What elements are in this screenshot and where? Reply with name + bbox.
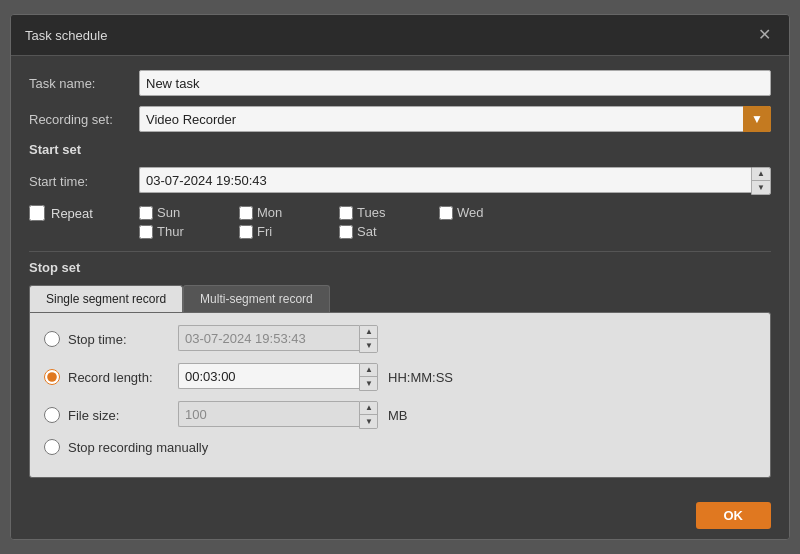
stop-time-spinner-wrapper: ▲ ▼ — [178, 325, 378, 353]
file-size-unit: MB — [388, 408, 408, 423]
stop-manually-radio[interactable] — [44, 439, 60, 455]
record-length-radio[interactable] — [44, 369, 60, 385]
stop-tabs: Single segment record Multi-segment reco… — [29, 285, 771, 312]
file-size-up-button[interactable]: ▲ — [360, 402, 378, 415]
stop-manually-label: Stop recording manually — [68, 440, 208, 455]
start-time-down-button[interactable]: ▼ — [752, 181, 770, 194]
start-set-title: Start set — [29, 142, 771, 157]
divider — [29, 251, 771, 252]
day-sun: Sun — [139, 205, 229, 220]
record-length-input[interactable] — [178, 363, 359, 389]
close-button[interactable]: ✕ — [754, 25, 775, 45]
file-size-down-button[interactable]: ▼ — [360, 415, 378, 428]
file-size-radio[interactable] — [44, 407, 60, 423]
start-time-label: Start time: — [29, 174, 139, 189]
task-name-label: Task name: — [29, 76, 139, 91]
checkbox-tues[interactable] — [339, 206, 353, 220]
dialog-content: Task name: Recording set: Video Recorder… — [11, 56, 789, 492]
stop-time-spinners: ▲ ▼ — [359, 325, 378, 353]
record-length-spinners: ▲ ▼ — [359, 363, 378, 391]
recording-set-select-wrapper: Video Recorder ▼ — [139, 106, 771, 132]
day-fri: Fri — [239, 224, 329, 239]
repeat-checkbox[interactable] — [29, 205, 45, 221]
label-mon: Mon — [257, 205, 282, 220]
checkbox-wed[interactable] — [439, 206, 453, 220]
file-size-row: File size: ▲ ▼ MB — [44, 401, 756, 429]
label-thur: Thur — [157, 224, 184, 239]
recording-set-select[interactable]: Video Recorder — [139, 106, 771, 132]
file-size-spinners: ▲ ▼ — [359, 401, 378, 429]
stop-set-title: Stop set — [29, 260, 771, 275]
task-name-row: Task name: — [29, 70, 771, 96]
start-time-spinner-wrapper: ▲ ▼ — [139, 167, 771, 195]
tab-content: Stop time: ▲ ▼ Record length: ▲ — [29, 312, 771, 478]
days-row-1: Sun Mon Tues Wed — [139, 205, 771, 220]
recording-set-row: Recording set: Video Recorder ▼ — [29, 106, 771, 132]
stop-time-radio[interactable] — [44, 331, 60, 347]
tab-single-segment[interactable]: Single segment record — [29, 285, 183, 312]
stop-time-row: Stop time: ▲ ▼ — [44, 325, 756, 353]
day-mon: Mon — [239, 205, 329, 220]
task-schedule-dialog: Task schedule ✕ Task name: Recording set… — [10, 14, 790, 540]
start-time-input[interactable] — [139, 167, 751, 193]
checkbox-sun[interactable] — [139, 206, 153, 220]
task-name-input[interactable] — [139, 70, 771, 96]
checkbox-thur[interactable] — [139, 225, 153, 239]
record-length-label: Record length: — [68, 370, 178, 385]
day-thur: Thur — [139, 224, 229, 239]
record-length-row: Record length: ▲ ▼ HH:MM:SS — [44, 363, 756, 391]
label-fri: Fri — [257, 224, 272, 239]
stop-manually-row: Stop recording manually — [44, 439, 756, 455]
record-length-down-button[interactable]: ▼ — [360, 377, 378, 390]
file-size-label: File size: — [68, 408, 178, 423]
start-time-up-button[interactable]: ▲ — [752, 168, 770, 181]
stop-time-input[interactable] — [178, 325, 359, 351]
stop-time-label: Stop time: — [68, 332, 178, 347]
file-size-input[interactable] — [178, 401, 359, 427]
day-tues: Tues — [339, 205, 429, 220]
days-row-2: Thur Fri Sat — [139, 224, 771, 239]
record-length-spinner-wrapper: ▲ ▼ — [178, 363, 378, 391]
day-sat: Sat — [339, 224, 429, 239]
file-size-spinner-wrapper: ▲ ▼ — [178, 401, 378, 429]
title-bar: Task schedule ✕ — [11, 15, 789, 56]
checkbox-mon[interactable] — [239, 206, 253, 220]
dialog-footer: OK — [11, 492, 789, 539]
label-sat: Sat — [357, 224, 377, 239]
checkbox-sat[interactable] — [339, 225, 353, 239]
start-time-spinners: ▲ ▼ — [751, 167, 771, 195]
record-length-up-button[interactable]: ▲ — [360, 364, 378, 377]
start-time-row: Start time: ▲ ▼ — [29, 167, 771, 195]
record-length-unit: HH:MM:SS — [388, 370, 453, 385]
checkbox-fri[interactable] — [239, 225, 253, 239]
repeat-label-group: Repeat — [29, 205, 139, 221]
tab-multi-segment[interactable]: Multi-segment record — [183, 285, 330, 312]
label-tues: Tues — [357, 205, 385, 220]
repeat-section: Repeat Sun Mon Tues — [29, 205, 771, 243]
days-grid: Sun Mon Tues Wed — [139, 205, 771, 243]
stop-time-down-button[interactable]: ▼ — [360, 339, 378, 352]
stop-time-up-button[interactable]: ▲ — [360, 326, 378, 339]
repeat-label: Repeat — [51, 206, 93, 221]
ok-button[interactable]: OK — [696, 502, 772, 529]
day-wed: Wed — [439, 205, 529, 220]
dialog-title: Task schedule — [25, 28, 107, 43]
label-sun: Sun — [157, 205, 180, 220]
recording-set-label: Recording set: — [29, 112, 139, 127]
label-wed: Wed — [457, 205, 484, 220]
